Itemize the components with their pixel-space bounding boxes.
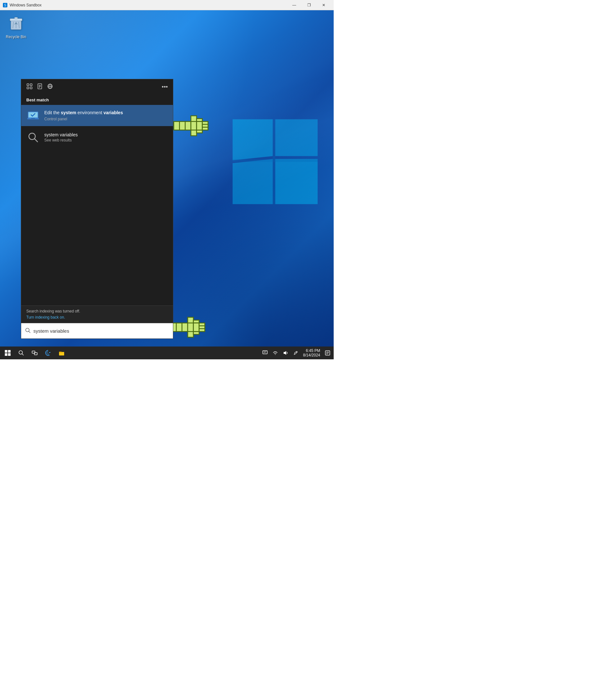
- svg-rect-15: [179, 122, 185, 130]
- best-match-label: Best match: [21, 95, 173, 105]
- svg-rect-19: [191, 130, 197, 136]
- svg-rect-50: [31, 118, 35, 119]
- svg-line-54: [29, 331, 31, 333]
- clock-area[interactable]: 6:45 PM 8/14/2024: [301, 347, 322, 359]
- svg-rect-64: [263, 351, 267, 354]
- start-button[interactable]: [1, 347, 14, 359]
- best-match-item-text: Edit the system environment variables Co…: [44, 110, 168, 121]
- recycle-bin-icon[interactable]: Recycle Bin: [3, 14, 29, 40]
- svg-rect-55: [5, 350, 7, 353]
- web-result-text: system variables See web results: [44, 132, 168, 142]
- more-options-icon[interactable]: •••: [162, 84, 168, 91]
- titlebar-controls: — ❐ ✕: [287, 0, 331, 10]
- svg-rect-21: [197, 130, 202, 133]
- taskbar-right: 6:45 PM 8/14/2024: [260, 347, 332, 359]
- title-pre: Edit the: [44, 110, 61, 115]
- file-explorer-button[interactable]: [55, 347, 68, 359]
- edge-browser-button[interactable]: [42, 347, 55, 359]
- minimize-button[interactable]: —: [287, 0, 302, 10]
- svg-rect-58: [8, 353, 11, 356]
- indexing-notice: Search indexing was turned off.: [26, 309, 168, 314]
- titlebar-left: S Windows Sandbox: [3, 3, 41, 8]
- arrow-bottom-icon: [170, 314, 205, 340]
- app-icon: S: [3, 3, 8, 8]
- svg-rect-18: [191, 116, 197, 122]
- svg-rect-37: [30, 84, 32, 86]
- svg-line-52: [34, 139, 38, 142]
- windows-logo: [233, 119, 318, 204]
- svg-rect-14: [174, 122, 180, 130]
- svg-marker-8: [233, 119, 273, 160]
- svg-text:S: S: [4, 3, 6, 7]
- web-result-title: system variables: [44, 132, 168, 137]
- svg-rect-16: [185, 122, 191, 130]
- maximize-button[interactable]: ❐: [302, 0, 316, 10]
- clock-time: 6:45 PM: [306, 349, 320, 353]
- task-view-button[interactable]: [28, 347, 41, 359]
- taskbar-tray-icon[interactable]: [260, 347, 270, 359]
- svg-rect-48: [28, 112, 38, 117]
- svg-rect-4: [15, 17, 18, 19]
- svg-marker-11: [275, 159, 318, 204]
- recycle-bin-graphic: [8, 15, 24, 34]
- svg-rect-33: [194, 323, 199, 332]
- best-match-result[interactable]: Edit the system environment variables Co…: [21, 105, 173, 126]
- svg-rect-17: [191, 122, 197, 130]
- title-bold2: variables: [103, 110, 123, 115]
- title-mid: environment: [76, 110, 104, 115]
- search-bar[interactable]: system variables: [21, 323, 173, 338]
- svg-rect-22: [197, 122, 202, 130]
- clock-date: 8/14/2024: [303, 353, 320, 357]
- search-footer: Search indexing was turned off. Turn ind…: [21, 305, 173, 323]
- svg-line-68: [296, 352, 297, 353]
- search-bar-icon: [25, 328, 31, 335]
- svg-rect-35: [199, 326, 205, 329]
- search-content: Best match: [21, 95, 173, 305]
- titlebar: S Windows Sandbox — ❐ ✕: [0, 0, 334, 10]
- svg-rect-32: [194, 332, 199, 334]
- taskbar: 6:45 PM 8/14/2024: [0, 346, 334, 359]
- document-icon[interactable]: [37, 83, 43, 91]
- network-icon[interactable]: [271, 347, 280, 359]
- control-panel-icon: [26, 109, 40, 122]
- close-button[interactable]: ✕: [316, 0, 331, 10]
- svg-rect-29: [188, 317, 194, 323]
- recycle-bin-label: Recycle Bin: [6, 35, 26, 39]
- svg-rect-20: [197, 119, 202, 122]
- web-result[interactable]: system variables See web results: [21, 127, 173, 148]
- best-match-title: Edit the system environment variables: [44, 110, 168, 116]
- arrow-right-icon: .pa{fill:#c8e878;stroke:#4a6a10;stroke-w…: [173, 113, 208, 139]
- svg-marker-67: [284, 351, 286, 355]
- grid-icon[interactable]: [26, 83, 33, 91]
- svg-rect-27: [182, 323, 188, 332]
- taskbar-search-button[interactable]: [15, 347, 27, 359]
- desktop: Recycle Bin .pa{fill:#c8e878;stroke:#4a6…: [0, 10, 334, 346]
- titlebar-title: Windows Sandbox: [9, 3, 41, 7]
- svg-rect-36: [27, 84, 29, 86]
- search-popup-header: •••: [21, 79, 173, 95]
- notification-button[interactable]: [323, 347, 332, 359]
- svg-rect-38: [27, 87, 29, 89]
- svg-rect-24: [202, 124, 208, 127]
- svg-rect-39: [30, 87, 32, 89]
- pen-icon[interactable]: [291, 347, 301, 359]
- web-result-subtitle: See web results: [44, 138, 168, 142]
- search-web-icon: [26, 131, 40, 144]
- best-match-subtitle: Control panel: [44, 117, 168, 121]
- svg-rect-28: [188, 323, 194, 332]
- svg-marker-10: [233, 159, 273, 204]
- volume-icon[interactable]: [281, 347, 290, 359]
- title-bold1: system: [61, 110, 76, 115]
- search-input[interactable]: system variables: [33, 328, 169, 334]
- svg-rect-26: [176, 323, 182, 332]
- svg-rect-57: [5, 353, 7, 356]
- svg-rect-30: [188, 332, 194, 337]
- indexing-link[interactable]: Turn indexing back on.: [26, 315, 65, 320]
- globe-icon[interactable]: [47, 83, 53, 91]
- svg-rect-56: [8, 350, 11, 353]
- search-popup: ••• Best match: [21, 79, 173, 339]
- svg-line-60: [22, 354, 24, 355]
- svg-marker-9: [275, 119, 318, 156]
